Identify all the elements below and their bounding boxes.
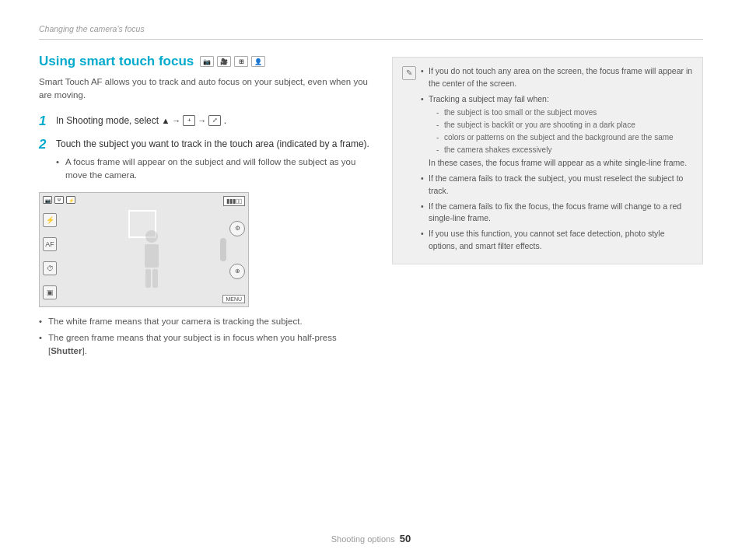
cam-btn-af: AF [43, 237, 57, 251]
cam-battery-icon: ▮▮▮▯▯ [223, 196, 245, 206]
notice-box: ✎ If you do not touch any area on the sc… [392, 57, 703, 264]
page-footer: Shooting options 50 [0, 533, 742, 544]
notice-sub-4: the camera shakes excessively [435, 144, 693, 156]
notice-bullet-list: If you do not touch any area on the scre… [421, 65, 693, 253]
section-title: Using smart touch focus 📷 🎥 ⊞ 👤 [39, 54, 373, 69]
cam-btn-flash: ⚡ [43, 213, 57, 227]
content-area: Using smart touch focus 📷 🎥 ⊞ 👤 Smart To… [39, 54, 703, 360]
af-icon: ⤢ [208, 115, 221, 126]
step-1-sequence: ▲ → + → ⤢ [161, 114, 221, 128]
cam-btn-zoom: ⚙ [229, 221, 245, 236]
notice-item-5: If you use this function, you cannot set… [421, 228, 693, 253]
grid-icon: ⊞ [234, 56, 248, 67]
breadcrumb: Changing the camera's focus [39, 23, 703, 40]
cam-menu-label: MENU [222, 295, 245, 303]
cam-btn-size: ▣ [43, 285, 57, 299]
notice-sub-3: colors or patterns on the subject and th… [435, 131, 693, 143]
cam-setting2-icon: ⚡ [66, 196, 75, 204]
left-column: Using smart touch focus 📷 🎥 ⊞ 👤 Smart To… [39, 54, 373, 360]
figure-body [145, 244, 159, 268]
notice-icon: ✎ [402, 66, 416, 80]
notice-sub-bullets: the subject is too small or the subject … [435, 107, 693, 156]
person-icon: 👤 [251, 56, 265, 67]
camera-icon: 📷 [200, 56, 214, 67]
right-column: ✎ If you do not touch any area on the sc… [392, 54, 703, 360]
breadcrumb-text: Changing the camera's focus [39, 24, 145, 33]
notice-content: If you do not touch any area on the scre… [421, 65, 693, 256]
notice-item-4: If the camera fails to fix the focus, th… [421, 201, 693, 226]
notice-sub-2: the subject is backlit or you are shooti… [435, 119, 693, 131]
step-1-number: 1 [39, 114, 50, 129]
cam-right-buttons: ⚙ ⊕ [229, 208, 245, 291]
footer-label: Shooting options [331, 534, 395, 544]
step-2-bullet-1: A focus frame will appear on the subject… [56, 156, 373, 183]
cam-btn-settings: ⊕ [229, 264, 245, 279]
arrow-up-icon: ▲ [161, 114, 170, 128]
footer-page-number: 50 [400, 533, 411, 544]
cam-mode-icon: 📷 [43, 196, 52, 204]
step-2: 2 Touch the subject you want to track in… [39, 137, 373, 185]
cam-icons-left: 📷 Ψ ⚡ [43, 196, 75, 204]
step-1-content: In Shooting mode, select ▲ → + → ⤢ . [56, 114, 226, 129]
page-container: Changing the camera's focus Using smart … [0, 0, 742, 560]
below-bullet-1: The white frame means that your camera i… [39, 315, 373, 328]
subject-figure [136, 230, 167, 292]
notice-item-2: Tracking a subject may fail when: the su… [421, 93, 693, 170]
plus-icon: + [183, 115, 195, 126]
camera-screen: 📷 Ψ ⚡ ▮▮▮▯▯ ⚡ AF ⏱ ▣ [39, 192, 249, 307]
step-2-content: Touch the subject you want to track in t… [56, 137, 373, 185]
below-image-bullets: The white frame means that your camera i… [39, 315, 373, 358]
figure-leg-right [152, 269, 158, 288]
section-title-text: Using smart touch focus [39, 54, 194, 69]
cam-btn-timer: ⏱ [43, 261, 57, 275]
below-bullet-2: The green frame means that your subject … [39, 331, 373, 359]
camera2-icon: 🎥 [217, 56, 231, 67]
notice-item-1: If you do not touch any area on the scre… [421, 65, 693, 90]
figure-leg-left [145, 269, 151, 288]
cam-scroll [220, 238, 226, 261]
step-1-text: In Shooting mode, select [56, 115, 161, 126]
title-icons: 📷 🎥 ⊞ 👤 [200, 56, 265, 67]
section-subtitle: Smart Touch AF allows you to track and a… [39, 75, 373, 103]
notice-item-3: If the camera fails to track the subject… [421, 173, 693, 198]
cam-setting1-icon: Ψ [54, 196, 64, 204]
figure-head [145, 230, 158, 243]
step-2-number: 2 [39, 137, 50, 185]
figure-legs [136, 269, 167, 288]
camera-screen-top: 📷 Ψ ⚡ ▮▮▮▯▯ [43, 196, 245, 206]
step-2-bullets: A focus frame will appear on the subject… [56, 156, 373, 183]
step-2-text: Touch the subject you want to track in t… [56, 138, 369, 149]
notice-sub-1: the subject is too small or the subject … [435, 107, 693, 118]
cam-left-buttons: ⚡ AF ⏱ ▣ [43, 208, 57, 303]
step-1: 1 In Shooting mode, select ▲ → + → ⤢ . [39, 114, 373, 129]
